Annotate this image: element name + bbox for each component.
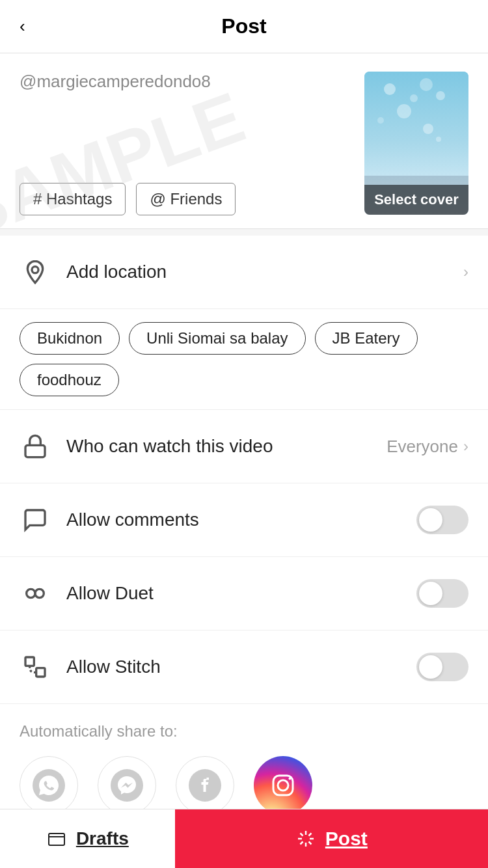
- location-row[interactable]: Add location ›: [0, 236, 488, 309]
- duet-row: Allow Duet: [0, 557, 488, 631]
- stitch-row: Allow Stitch: [0, 631, 488, 704]
- hashtags-button[interactable]: # Hashtags: [20, 183, 126, 215]
- header: ‹ Post: [0, 0, 488, 53]
- svg-rect-5: [36, 668, 45, 677]
- select-cover-label: Select cover: [364, 185, 468, 215]
- duet-toggle-knob: [419, 582, 442, 605]
- comments-row: Allow comments: [0, 483, 488, 557]
- location-icon: [20, 256, 51, 288]
- svg-line-20: [308, 834, 311, 836]
- tags-row: Bukidnon Unli Siomai sa balay JB Eatery …: [0, 309, 488, 410]
- facebook-icon: [189, 769, 221, 802]
- page-title: Post: [221, 14, 266, 38]
- drafts-label: Drafts: [76, 828, 129, 849]
- duet-label: Allow Duet: [66, 583, 416, 604]
- stitch-label: Allow Stitch: [66, 657, 416, 677]
- svg-line-21: [300, 842, 303, 845]
- caption-area: SAMPLE @margiecamperedondo8 # Hashtags @…: [0, 53, 488, 229]
- lock-icon: [22, 433, 48, 459]
- post-button[interactable]: Post: [175, 809, 488, 868]
- whatsapp-share-button[interactable]: [20, 756, 78, 815]
- privacy-label: Who can watch this video: [66, 436, 386, 457]
- svg-point-2: [27, 589, 35, 597]
- stitch-toggle-knob: [419, 655, 442, 679]
- comments-toggle[interactable]: [416, 506, 468, 534]
- friends-button[interactable]: @ Friends: [136, 183, 236, 215]
- drafts-icon: [46, 828, 67, 849]
- duet-icon: [20, 578, 51, 609]
- post-sparkle-icon: [295, 828, 316, 849]
- tag-chip-3[interactable]: foodhouz: [20, 364, 119, 396]
- duet-circles-icon: [22, 580, 48, 606]
- comments-icon: [20, 504, 51, 536]
- privacy-value: Everyone: [386, 437, 458, 457]
- cover-thumbnail[interactable]: Select cover: [364, 72, 468, 215]
- svg-point-11: [289, 778, 291, 780]
- caption-left: @margiecamperedondo8 # Hashtags @ Friend…: [20, 72, 351, 215]
- tag-chip-0[interactable]: Bukidnon: [20, 322, 120, 355]
- share-label: Automatically share to:: [20, 722, 468, 740]
- comments-label: Allow comments: [66, 509, 416, 530]
- svg-rect-1: [25, 445, 45, 457]
- instagram-share-button[interactable]: [254, 756, 312, 815]
- svg-point-0: [32, 267, 38, 273]
- whatsapp-icon: [33, 769, 65, 802]
- svg-point-10: [278, 780, 288, 791]
- username-label: @margiecamperedondo8: [20, 72, 351, 92]
- svg-point-7: [111, 769, 143, 802]
- messenger-share-button[interactable]: [98, 756, 156, 815]
- location-label: Add location: [66, 262, 463, 282]
- back-button[interactable]: ‹: [20, 16, 25, 36]
- tag-buttons-row: # Hashtags @ Friends: [20, 183, 351, 215]
- messenger-icon: [111, 769, 143, 802]
- bottom-bar: Drafts Post: [0, 809, 488, 868]
- privacy-row[interactable]: Who can watch this video Everyone ›: [0, 410, 488, 483]
- svg-rect-12: [49, 834, 64, 845]
- privacy-icon: [20, 431, 51, 462]
- comment-icon: [22, 507, 48, 533]
- drafts-button[interactable]: Drafts: [0, 809, 175, 868]
- share-icons-row: [20, 756, 468, 815]
- section-divider-1: [0, 229, 488, 236]
- instagram-icon: [267, 769, 299, 802]
- stitch-bracket-icon: [22, 654, 48, 680]
- facebook-share-button[interactable]: [176, 756, 234, 815]
- duet-toggle[interactable]: [416, 579, 468, 608]
- stitch-icon: [20, 651, 51, 683]
- location-chevron: ›: [463, 263, 468, 281]
- comments-toggle-knob: [419, 508, 442, 532]
- stitch-toggle[interactable]: [416, 653, 468, 681]
- pin-icon: [22, 259, 48, 285]
- post-label: Post: [325, 828, 368, 850]
- svg-line-19: [308, 842, 311, 845]
- svg-rect-4: [25, 657, 34, 666]
- svg-line-18: [300, 834, 303, 836]
- privacy-chevron: ›: [463, 437, 468, 455]
- svg-point-3: [35, 589, 44, 597]
- tag-chip-1[interactable]: Unli Siomai sa balay: [129, 322, 305, 355]
- tag-chip-2[interactable]: JB Eatery: [315, 322, 418, 355]
